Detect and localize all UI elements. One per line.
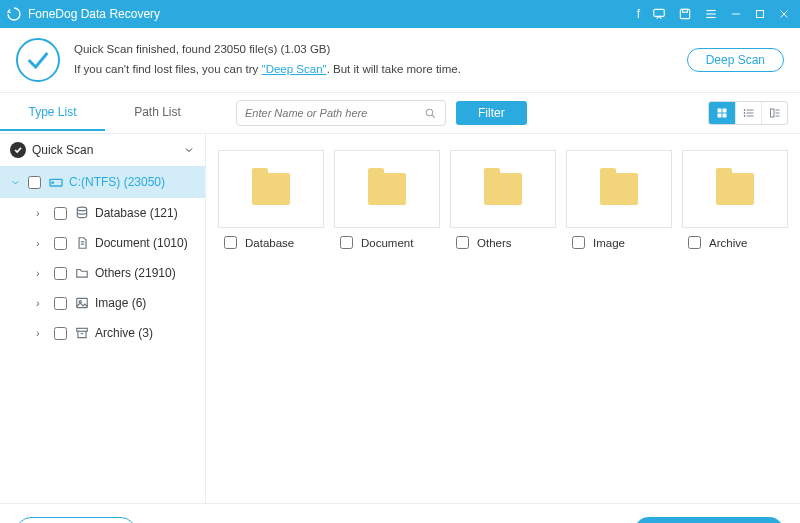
content-grid: Database Document Others Image Archive [205,133,800,503]
status-banner: Quick Scan finished, found 23050 file(s)… [0,28,800,93]
sidebar: Quick Scan C:(NTFS) (23050) › Database (… [0,133,205,503]
svg-rect-22 [770,109,774,117]
status-line-1: Quick Scan finished, found 23050 file(s)… [74,40,461,60]
view-grid-icon[interactable] [709,102,735,124]
card-label: Document [361,237,413,249]
menu-icon[interactable] [704,7,718,21]
svg-rect-0 [654,9,665,16]
view-list-icon[interactable] [735,102,761,124]
document-icon [73,236,91,250]
card-checkbox[interactable] [340,236,353,249]
tab-type-list[interactable]: Type List [0,95,105,131]
chevron-right-icon: › [36,237,52,249]
folder-card-archive[interactable]: Archive [682,150,788,249]
card-checkbox[interactable] [572,236,585,249]
svg-line-11 [432,115,435,118]
svg-point-28 [77,207,86,211]
tree-item-label: Database (121) [95,206,178,220]
folder-card-database[interactable]: Database [218,150,324,249]
tree-checkbox[interactable] [54,297,67,310]
chevron-right-icon: › [36,267,52,279]
tab-path-list[interactable]: Path List [105,95,210,131]
view-detail-icon[interactable] [761,102,787,124]
svg-point-27 [52,182,53,183]
save-icon[interactable] [678,7,692,21]
deep-scan-button[interactable]: Deep Scan [687,48,784,72]
card-label: Archive [709,237,747,249]
svg-rect-7 [757,11,764,18]
recover-button[interactable]: Recover [634,517,784,524]
tree-checkbox[interactable] [54,267,67,280]
app-title: FoneDog Data Recovery [28,7,637,21]
folder-card-others[interactable]: Others [450,150,556,249]
chevron-right-icon: › [36,207,52,219]
svg-point-10 [426,109,433,116]
maximize-icon[interactable] [754,8,766,20]
tree-item-archive[interactable]: › Archive (3) [0,318,205,348]
svg-rect-31 [77,298,88,307]
minimize-icon[interactable] [730,8,742,20]
card-label: Database [245,237,294,249]
tree-item-label: Document (1010) [95,236,188,250]
svg-point-19 [744,110,745,111]
deep-scan-link[interactable]: "Deep Scan" [262,63,327,75]
tree-item-label: Others (21910) [95,266,176,280]
chevron-down-icon [10,177,26,188]
status-line-2: If you can't find lost files, you can tr… [74,60,461,80]
tree-item-others[interactable]: › Others (21910) [0,258,205,288]
toolbar: Type List Path List Filter [0,93,800,133]
drive-icon [47,174,65,190]
tree-checkbox[interactable] [54,207,67,220]
tree-drive[interactable]: C:(NTFS) (23050) [0,166,205,198]
tree-drive-checkbox[interactable] [28,176,41,189]
tree-quick-scan[interactable]: Quick Scan [0,134,205,166]
folder-icon [252,173,290,205]
tree-item-label: Image (6) [95,296,146,310]
feedback-icon[interactable] [652,7,666,21]
svg-point-21 [744,116,745,117]
folder-icon [73,266,91,280]
archive-icon [73,326,91,340]
tree-item-database[interactable]: › Database (121) [0,198,205,228]
folder-icon [716,173,754,205]
check-dot-icon [10,142,26,158]
tree-item-document[interactable]: › Document (1010) [0,228,205,258]
tree-checkbox[interactable] [54,237,67,250]
chevron-down-icon [183,144,195,156]
search-input[interactable] [245,107,424,119]
svg-rect-14 [718,114,722,118]
back-button[interactable]: Back [16,517,136,524]
svg-rect-15 [723,114,727,118]
svg-rect-13 [723,109,727,113]
svg-rect-1 [680,9,689,18]
database-icon [73,206,91,220]
svg-rect-33 [77,328,88,331]
view-switch [708,101,788,125]
folder-icon [484,173,522,205]
tree-item-image[interactable]: › Image (6) [0,288,205,318]
card-checkbox[interactable] [456,236,469,249]
filter-button[interactable]: Filter [456,101,527,125]
folder-card-image[interactable]: Image [566,150,672,249]
folder-card-document[interactable]: Document [334,150,440,249]
close-icon[interactable] [778,8,790,20]
svg-rect-2 [683,9,688,12]
image-icon [73,296,91,310]
search-icon[interactable] [424,107,437,120]
folder-icon [368,173,406,205]
svg-point-20 [744,113,745,114]
app-logo-icon [0,6,28,22]
card-checkbox[interactable] [224,236,237,249]
search-box[interactable] [236,100,446,126]
titlebar: FoneDog Data Recovery f [0,0,800,28]
chevron-right-icon: › [36,327,52,339]
facebook-icon[interactable]: f [637,8,640,20]
footer: Back Recover [0,503,800,523]
folder-icon [600,173,638,205]
card-checkbox[interactable] [688,236,701,249]
svg-rect-12 [718,109,722,113]
card-label: Others [477,237,512,249]
tree-drive-label: C:(NTFS) (23050) [69,175,165,189]
card-label: Image [593,237,625,249]
tree-checkbox[interactable] [54,327,67,340]
